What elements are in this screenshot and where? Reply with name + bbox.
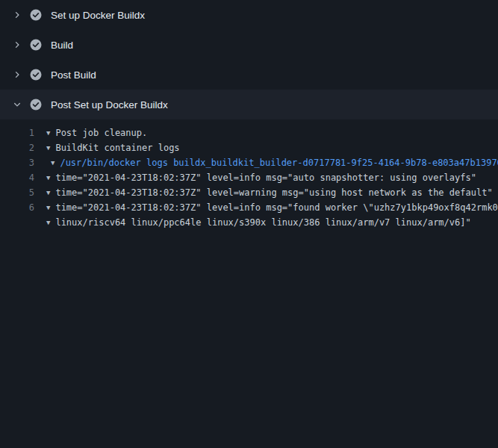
triangle-down-icon[interactable]: ▼ [46, 215, 50, 230]
chevron-right-icon [12, 69, 22, 80]
line-number[interactable]: 5 [0, 185, 34, 200]
log-text: time="2021-04-23T18:02:37Z" level=warnin… [55, 187, 492, 198]
actions-log-panel: Set up Docker Buildx Build Post Build [0, 0, 498, 448]
log-viewer: 1 ▼Post job cleanup. 2 ▼BuildKit contain… [0, 119, 498, 448]
line-number[interactable]: 3 [0, 155, 34, 170]
step-label: Set up Docker Buildx [51, 10, 145, 21]
step-header-post-build[interactable]: Post Build [0, 60, 498, 90]
line-number[interactable]: 2 [0, 140, 34, 155]
triangle-down-icon[interactable]: ▼ [51, 155, 55, 170]
check-circle-icon [30, 39, 42, 51]
chevron-right-icon [12, 40, 22, 50]
triangle-down-icon[interactable]: ▼ [46, 200, 50, 215]
log-text: Post job cleanup. [55, 128, 147, 138]
log-text: time="2021-04-23T18:02:37Z" level=info m… [55, 172, 476, 183]
triangle-down-icon[interactable]: ▼ [46, 185, 50, 200]
log-line: 1 ▼Post job cleanup. [0, 125, 498, 140]
check-circle-icon [30, 99, 42, 111]
step-header-post-set-up-docker-buildx[interactable]: Post Set up Docker Buildx [0, 90, 498, 119]
step-label: Build [51, 40, 73, 51]
line-number[interactable]: 1 [0, 125, 34, 140]
log-text: BuildKit container logs [55, 143, 179, 153]
log-line: 2 ▼BuildKit container logs [0, 140, 498, 155]
line-number[interactable]: 4 [0, 170, 34, 185]
line-number[interactable] [0, 215, 34, 448]
log-line: ▼linux/riscv64 linux/ppc64le linux/s390x… [0, 215, 498, 448]
check-circle-icon [30, 69, 42, 81]
log-line: 6 ▼time="2021-04-23T18:02:37Z" level=inf… [0, 200, 498, 215]
log-line: 3 ▼/usr/bin/docker logs buildx_buildkit_… [0, 155, 498, 170]
log-line: 4 ▼time="2021-04-23T18:02:37Z" level=inf… [0, 170, 498, 185]
triangle-down-icon[interactable]: ▼ [46, 140, 50, 155]
log-text: linux/riscv64 linux/ppc64le linux/s390x … [55, 217, 470, 228]
log-text: time="2021-04-23T18:02:37Z" level=info m… [55, 202, 498, 213]
line-number[interactable]: 6 [0, 200, 34, 215]
log-text: /usr/bin/docker logs buildx_buildkit_bui… [60, 158, 498, 168]
step-label: Post Build [51, 69, 96, 81]
step-list: Set up Docker Buildx Build Post Build [0, 0, 498, 119]
step-label: Post Set up Docker Buildx [51, 99, 168, 111]
chevron-down-icon [12, 99, 22, 110]
triangle-down-icon[interactable]: ▼ [46, 170, 50, 185]
chevron-right-icon [12, 10, 22, 20]
step-header-build[interactable]: Build [0, 30, 498, 60]
triangle-down-icon[interactable]: ▼ [46, 125, 50, 140]
check-circle-icon [30, 9, 42, 21]
log-line: 5 ▼time="2021-04-23T18:02:37Z" level=war… [0, 185, 498, 200]
step-header-set-up-docker-buildx[interactable]: Set up Docker Buildx [0, 0, 498, 30]
